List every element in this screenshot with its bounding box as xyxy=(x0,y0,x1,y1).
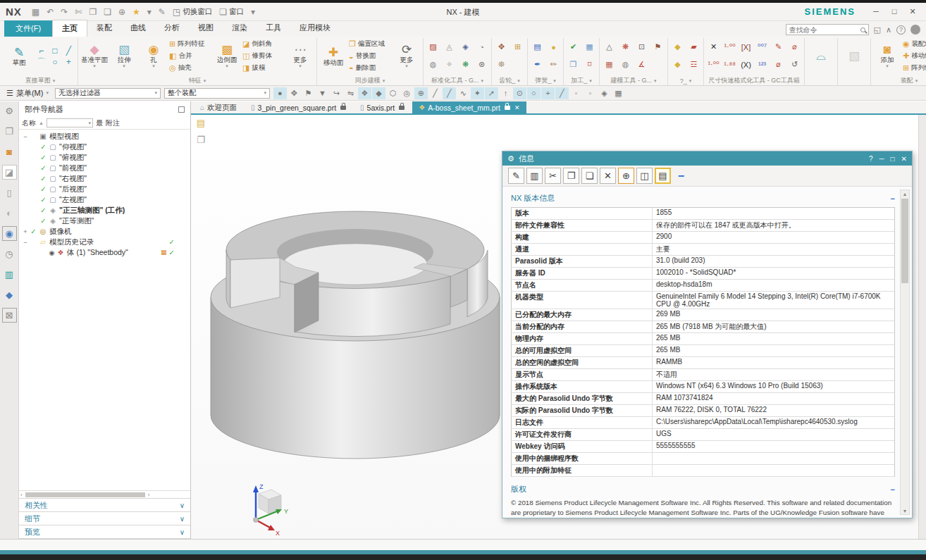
favorites-caret-button[interactable]: ▾ xyxy=(144,6,154,18)
tool-icon-button[interactable]: △ xyxy=(602,39,617,54)
scroll-up-icon[interactable]: ▲ xyxy=(903,190,908,197)
save-button[interactable]: ▦ xyxy=(29,6,42,18)
clipboard-icon[interactable]: ❐ xyxy=(195,133,207,146)
expander-icon[interactable]: − xyxy=(22,133,29,140)
collapse-section-icon[interactable]: − xyxy=(891,485,895,494)
group-label[interactable]: 特征▾ xyxy=(80,76,314,85)
tool-icon-button[interactable]: ¹²³ xyxy=(755,57,770,72)
recall-button[interactable]: ↪ xyxy=(330,87,343,99)
copy-button[interactable]: ❐ xyxy=(563,168,579,184)
tab-工具[interactable]: 工具 xyxy=(257,20,290,37)
information-dialog-titlebar[interactable]: ⚙ 信息 ? ─ □ ✕ xyxy=(502,151,912,166)
dialog-scrollbar-thumb[interactable] xyxy=(901,199,908,283)
snap-gallery-button[interactable]: ◆ xyxy=(372,87,385,99)
基准平面-button[interactable]: ◆基准平面▾ xyxy=(80,43,109,69)
tree-row[interactable]: +✓◎摄像机▦✓ xyxy=(19,226,190,237)
删除面-button[interactable]: ◓删除面 xyxy=(349,63,391,73)
print-button[interactable]: ▥ xyxy=(526,168,543,184)
sketch-curve-palette[interactable]: ⌐□╱⌒○+ xyxy=(35,45,75,68)
minimize-ribbon-icon[interactable]: ∧ xyxy=(886,25,891,35)
tool-icon-button[interactable]: ⌑ xyxy=(582,57,597,72)
tool-icon-button[interactable]: ✕ xyxy=(706,39,721,54)
scrollbar-thumb[interactable] xyxy=(25,492,145,497)
fullscreen-icon[interactable]: ◱ xyxy=(874,25,881,35)
cut-button[interactable]: ✄ xyxy=(72,6,85,18)
tree-row[interactable]: ✓▢"俯视图"▦✓ xyxy=(19,152,190,163)
tool-icon-button[interactable]: ▦ xyxy=(602,57,617,72)
group-label[interactable]: 直接草图▾ xyxy=(5,76,75,85)
dialog-minimize-icon[interactable]: ─ xyxy=(879,155,884,163)
group-label[interactable] xyxy=(840,76,868,85)
group-label[interactable]: 建模工具 - G...▾ xyxy=(602,76,665,85)
group-label[interactable]: 同步建模▾ xyxy=(319,76,421,85)
part-tab-欢迎页面[interactable]: ⌂欢迎页面 xyxy=(194,101,243,113)
tree-row[interactable]: ✓▢"后视图"▦✓ xyxy=(19,184,190,194)
snap-arc-button[interactable]: ➚ xyxy=(485,87,498,99)
menu-button[interactable]: ☰ 菜单(M) ▾ xyxy=(4,88,51,99)
cut-button[interactable]: ✂ xyxy=(545,168,561,184)
tool-icon-button[interactable]: ▦ xyxy=(582,39,597,54)
shaded-button[interactable]: ◎ xyxy=(400,87,414,99)
selection-scope-dropdown[interactable]: 整个装配▾ xyxy=(164,88,270,99)
group-label[interactable]: ?_▾ xyxy=(670,76,701,85)
tree-row[interactable]: ◉❖体 (1) "Sheetbody"▦✓ xyxy=(19,247,190,258)
tool-icon-button[interactable]: ◍ xyxy=(426,57,440,72)
更多-button[interactable]: ⋯更多▾ xyxy=(286,43,314,69)
find-button[interactable]: ◫ xyxy=(636,168,653,184)
list-view-button[interactable]: ▤ xyxy=(655,168,671,184)
snap-plus-button[interactable]: + xyxy=(541,87,555,99)
roles-button[interactable]: ◆ xyxy=(2,287,17,302)
snap-dot1-button[interactable]: ◦ xyxy=(569,87,583,99)
close-button[interactable]: ✕ xyxy=(905,7,920,16)
tree-row[interactable]: −▣模型视图▦✓ xyxy=(19,131,190,142)
graphics-canvas[interactable]: Z Y X ⚙ 信息 ? ─ □ ✕ xyxy=(191,115,926,539)
section-相关性[interactable]: 相关性∨ xyxy=(19,498,190,511)
help-icon[interactable]: ? xyxy=(896,25,906,35)
边倒圆-button[interactable]: ▩边倒圆▾ xyxy=(213,43,241,69)
装配约束-button[interactable]: ◉装配约束 xyxy=(903,39,926,49)
group-label[interactable]: 尺寸快速格式化工具 - GC工具箱 xyxy=(706,76,802,85)
redo-button[interactable]: ↷ xyxy=(58,6,70,18)
grid-snap-button[interactable]: ▦ xyxy=(612,87,625,99)
拉伸-button[interactable]: ▧拉伸▾ xyxy=(110,43,138,69)
part-tab-A-boss_sheet_mm.prt[interactable]: ❖A-boss_sheet_mm.prt✕ xyxy=(412,101,526,113)
undo-button[interactable]: ↶ xyxy=(44,6,56,18)
file-menu-button[interactable]: 文件(F) xyxy=(4,20,52,37)
paste-button[interactable]: ❏ xyxy=(101,6,114,18)
select-sphere-button[interactable]: ● xyxy=(273,87,287,99)
checkbox-icon[interactable]: ✓ xyxy=(39,164,48,172)
tool-icon-button[interactable]: ▰ xyxy=(686,39,701,54)
tool-icon-button[interactable]: ◔ xyxy=(474,39,489,54)
tree-row[interactable]: ✓▢"右视图"▦✓ xyxy=(19,173,190,184)
tool-icon-button[interactable]: ✎ xyxy=(771,39,786,54)
dialog-maximize-icon[interactable]: □ xyxy=(891,155,895,163)
tool-icon-button[interactable]: ⊡ xyxy=(634,39,649,54)
expander-icon[interactable]: − xyxy=(22,239,29,246)
model-3d-boss-part[interactable] xyxy=(204,168,507,471)
wireframe-button[interactable]: ⬡ xyxy=(386,87,400,99)
tool-icon-button[interactable]: ⌀ xyxy=(787,39,802,54)
snap-intersection-button[interactable]: ✦ xyxy=(471,87,484,99)
switch-window-button[interactable]: ◳切换窗口 xyxy=(170,6,215,18)
tab-渲染[interactable]: 渲染 xyxy=(223,20,257,37)
tool-icon-button[interactable]: ✏ xyxy=(546,57,561,72)
snap-handle-button[interactable]: ❖ xyxy=(358,87,371,99)
checkbox-icon[interactable]: ✓ xyxy=(39,217,48,225)
part-tab-5axis.prt[interactable]: ▯5axis.prt xyxy=(354,101,411,113)
tool-icon-button[interactable]: ¹·⁸⁸ xyxy=(722,57,737,72)
dialog-scrollbar[interactable]: ▲ ▼ xyxy=(900,189,910,515)
移动组件-button[interactable]: ✚移动组件 xyxy=(903,51,926,61)
dialog-help-icon[interactable]: ? xyxy=(869,155,873,163)
favorites-button[interactable]: ★ xyxy=(130,6,143,18)
tool-icon-button[interactable]: ⁰⁰⁷ xyxy=(755,39,770,54)
window-menu-button[interactable]: ❏窗口 xyxy=(216,6,247,18)
tool-icon-button[interactable]: ∡ xyxy=(634,57,649,72)
part-tab-3_pin_green_square.prt[interactable]: ▯3_pin_green_square.prt xyxy=(245,101,352,113)
section-细节[interactable]: 细节∨ xyxy=(19,511,190,525)
tool-icon-button[interactable]: ⊞ xyxy=(510,39,525,54)
tool-icon-button[interactable]: ❐ xyxy=(566,57,581,72)
tool-icon-button[interactable]: ✧ xyxy=(442,57,457,72)
tab-主页[interactable]: 主页 xyxy=(52,20,87,37)
collapse-all-button[interactable]: − xyxy=(673,168,689,184)
scroll-down-icon[interactable]: ▼ xyxy=(903,507,908,514)
